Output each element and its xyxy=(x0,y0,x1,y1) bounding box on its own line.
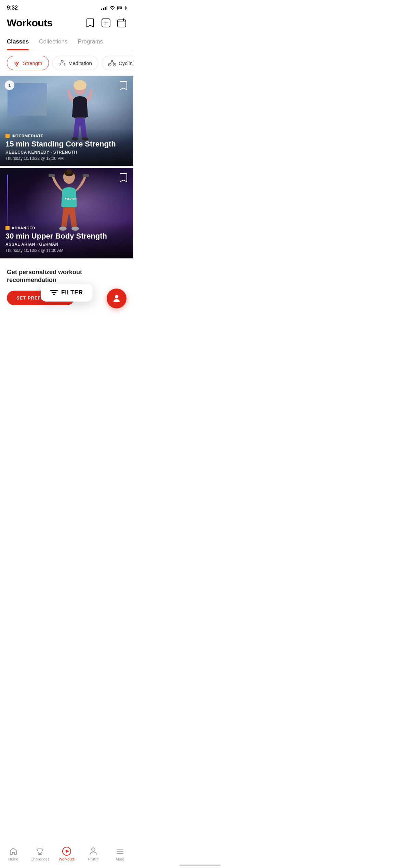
level-dot-1 xyxy=(5,134,10,138)
filter-popup[interactable]: FILTER xyxy=(41,284,93,302)
card-bookmark-2[interactable] xyxy=(118,173,129,183)
svg-point-8 xyxy=(74,80,86,90)
card-level-label-2: ADVANCED xyxy=(12,226,36,230)
svg-text:PELOTON: PELOTON xyxy=(65,197,77,200)
card-meta-2: ASSAL ARIAN · GERMAN xyxy=(5,242,128,247)
card-bookmark-1[interactable] xyxy=(118,80,129,91)
svg-rect-1 xyxy=(118,20,126,27)
card-datetime-2: Thursday 10/13/22 @ 11:30 AM xyxy=(5,248,128,253)
status-time: 9:32 xyxy=(7,5,18,11)
status-icons: 53 xyxy=(101,6,126,10)
card-badge-1: 1 xyxy=(5,80,14,90)
page-title: Workouts xyxy=(7,17,53,29)
svg-point-3 xyxy=(61,60,63,62)
svg-rect-14 xyxy=(49,174,55,177)
filter-icon xyxy=(50,290,58,296)
card-level-label-1: INTERMEDIATE xyxy=(12,134,44,138)
tab-collections[interactable]: Collections xyxy=(39,34,67,50)
meditation-icon xyxy=(59,60,66,66)
status-bar: 9:32 53 xyxy=(0,0,133,14)
category-scroll: Strength Meditation Cycling xyxy=(0,50,133,76)
workout-list: 1 INTERMEDIATE 15 min Standing Core Stre… xyxy=(0,76,133,361)
bookmark-icon xyxy=(86,18,94,28)
header-actions xyxy=(85,18,126,28)
filter-label: FILTER xyxy=(61,289,83,296)
svg-point-6 xyxy=(111,60,113,62)
workout-card-1[interactable]: 1 INTERMEDIATE 15 min Standing Core Stre… xyxy=(0,76,133,166)
tab-programs[interactable]: Programs xyxy=(78,34,103,50)
category-strength[interactable]: Strength xyxy=(7,56,49,70)
cycling-icon xyxy=(108,60,116,66)
level-dot-2 xyxy=(5,226,10,230)
add-icon xyxy=(102,18,110,27)
workout-card-2[interactable]: PELOTON ADVANCED 30 min Upper Body Stren… xyxy=(0,168,133,258)
card-title-1: 15 min Standing Core Strength xyxy=(5,140,128,149)
card-meta-1: REBECCA KENNEDY · STRENGTH xyxy=(5,150,128,155)
wifi-icon xyxy=(109,6,115,10)
fab-icon xyxy=(112,294,121,303)
calendar-icon xyxy=(117,18,126,27)
card-info-1: INTERMEDIATE 15 min Standing Core Streng… xyxy=(0,128,133,166)
card-level-1: INTERMEDIATE xyxy=(5,134,128,138)
category-cycling[interactable]: Cycling xyxy=(102,56,133,70)
pref-text: Get personalized workout recommendation xyxy=(7,268,126,284)
card-info-2: ADVANCED 30 min Upper Body Strength ASSA… xyxy=(0,220,133,258)
category-meditation[interactable]: Meditation xyxy=(52,56,98,70)
tab-classes[interactable]: Classes xyxy=(7,34,29,50)
svg-rect-15 xyxy=(83,174,89,177)
card-title-2: 30 min Upper Body Strength xyxy=(5,232,128,241)
battery-icon: 53 xyxy=(117,6,126,10)
calendar-button[interactable] xyxy=(117,18,126,28)
bookmark-icon xyxy=(120,81,127,90)
fab-button[interactable] xyxy=(107,289,126,308)
header: Workouts xyxy=(0,14,133,34)
signal-icon xyxy=(101,6,107,10)
bookmark-icon xyxy=(120,173,127,182)
svg-point-19 xyxy=(115,295,118,298)
card-datetime-1: Thursday 10/13/22 @ 12:00 PM xyxy=(5,156,128,161)
add-workout-button[interactable] xyxy=(101,18,111,28)
tab-bar: Classes Collections Programs xyxy=(0,34,133,50)
card-level-2: ADVANCED xyxy=(5,226,128,230)
strength-icon xyxy=(13,60,20,66)
bookmark-button[interactable] xyxy=(85,18,95,28)
